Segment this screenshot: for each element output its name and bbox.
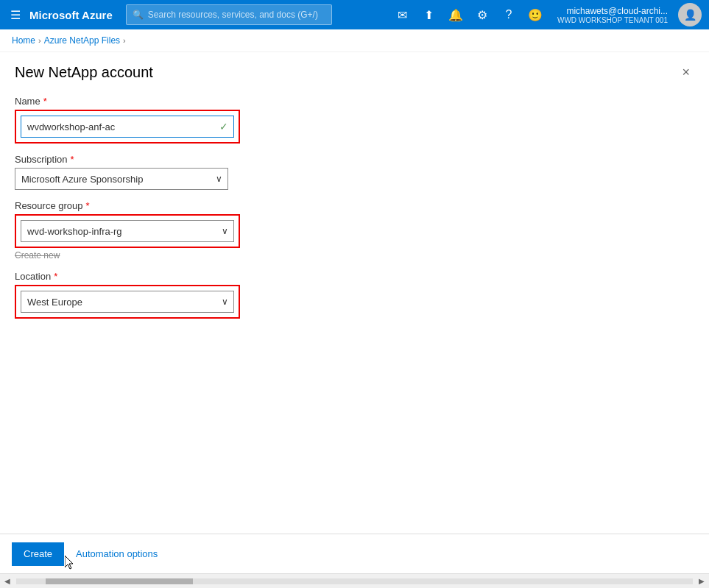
name-label: Name * bbox=[15, 96, 694, 107]
notifications-icon[interactable]: 🔔 bbox=[444, 3, 468, 26]
location-required-marker: * bbox=[54, 271, 57, 282]
close-button[interactable]: × bbox=[677, 64, 694, 80]
name-required-marker: * bbox=[43, 96, 47, 107]
resource-group-field-highlight: wvd-workshop-infra-rg ∨ bbox=[15, 214, 240, 248]
emoji-icon[interactable]: 🙂 bbox=[523, 3, 547, 26]
subscription-select[interactable]: Microsoft Azure Sponsorship bbox=[15, 168, 228, 190]
resource-group-field-group: Resource group * wvd-workshop-infra-rg ∨… bbox=[15, 200, 694, 261]
subscription-field-group: Subscription * Microsoft Azure Sponsorsh… bbox=[15, 154, 694, 190]
location-label: Location * bbox=[15, 271, 694, 282]
main-content: New NetApp account × Name * ✓ Subscripti… bbox=[0, 52, 709, 547]
panel-title: New NetApp account bbox=[15, 64, 153, 81]
name-input-wrapper: ✓ bbox=[21, 116, 234, 138]
user-tenant: WWD WORKSHOP TENANT 001 bbox=[557, 16, 668, 24]
settings-icon[interactable]: ⚙ bbox=[470, 3, 494, 26]
resource-group-select-wrapper: wvd-workshop-infra-rg ∨ bbox=[21, 220, 234, 242]
scrollbar-track bbox=[16, 578, 693, 584]
location-field-highlight: West Europe ∨ bbox=[15, 285, 240, 319]
topbar-icon-group: ✉ ⬆ 🔔 ⚙ ? 🙂 bbox=[391, 3, 547, 26]
horizontal-scrollbar: ◀ ▶ bbox=[0, 573, 709, 588]
location-select-wrapper: West Europe ∨ bbox=[21, 291, 234, 313]
app-logo: Microsoft Azure bbox=[29, 9, 113, 21]
resource-group-required-marker: * bbox=[86, 200, 90, 211]
create-button[interactable]: Create bbox=[12, 542, 64, 566]
resource-group-label: Resource group * bbox=[15, 200, 694, 211]
name-field-highlight: ✓ bbox=[15, 110, 240, 144]
cloud-upload-icon[interactable]: ⬆ bbox=[417, 3, 441, 26]
scrollbar-thumb[interactable] bbox=[46, 578, 193, 584]
panel-title-row: New NetApp account × bbox=[15, 64, 694, 81]
name-field-group: Name * ✓ bbox=[15, 96, 694, 144]
search-bar[interactable]: 🔍 Search resources, services, and docs (… bbox=[126, 4, 332, 25]
scroll-right-arrow[interactable]: ▶ bbox=[694, 574, 709, 589]
subscription-select-wrapper: Microsoft Azure Sponsorship ∨ bbox=[15, 168, 228, 190]
bottom-bar: Create Automation options bbox=[0, 534, 709, 573]
resource-group-select[interactable]: wvd-workshop-infra-rg bbox=[21, 220, 234, 242]
create-new-resource-group-link[interactable]: Create new bbox=[15, 250, 60, 261]
breadcrumb-separator-2: › bbox=[123, 36, 126, 45]
topbar: ☰ Microsoft Azure 🔍 Search resources, se… bbox=[0, 0, 709, 29]
automation-options-button[interactable]: Automation options bbox=[76, 548, 158, 559]
scroll-left-arrow[interactable]: ◀ bbox=[0, 574, 15, 589]
help-icon[interactable]: ? bbox=[497, 3, 521, 26]
name-input[interactable] bbox=[21, 116, 234, 138]
feedback-icon[interactable]: ✉ bbox=[391, 3, 415, 26]
user-name: michawets@cloud-archi... bbox=[566, 6, 668, 16]
user-avatar[interactable]: 👤 bbox=[678, 3, 702, 26]
user-info: michawets@cloud-archi... WWD WORKSHOP TE… bbox=[557, 6, 668, 24]
breadcrumb-home[interactable]: Home bbox=[12, 35, 35, 46]
breadcrumb: Home › Azure NetApp Files › bbox=[0, 29, 709, 52]
subscription-label: Subscription * bbox=[15, 154, 694, 165]
name-check-icon: ✓ bbox=[219, 121, 228, 132]
location-select[interactable]: West Europe bbox=[21, 291, 234, 313]
search-placeholder: Search resources, services, and docs (G+… bbox=[148, 10, 318, 20]
subscription-required-marker: * bbox=[71, 154, 74, 165]
hamburger-icon[interactable]: ☰ bbox=[7, 5, 24, 25]
search-icon: 🔍 bbox=[133, 10, 144, 20]
breadcrumb-separator-1: › bbox=[38, 36, 41, 45]
location-field-group: Location * West Europe ∨ bbox=[15, 271, 694, 319]
form-panel: New NetApp account × Name * ✓ Subscripti… bbox=[0, 52, 709, 547]
breadcrumb-netapp-files[interactable]: Azure NetApp Files bbox=[44, 35, 120, 46]
